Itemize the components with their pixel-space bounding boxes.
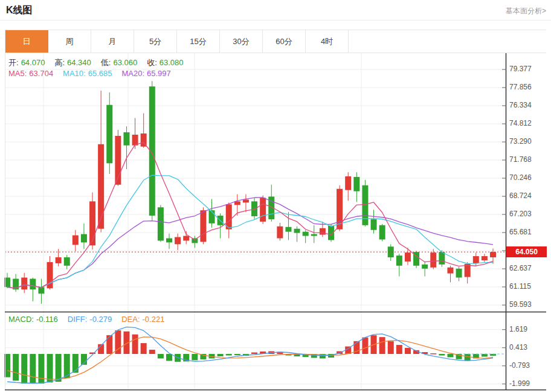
svg-text:68.724: 68.724 <box>509 191 532 200</box>
svg-text:79.377: 79.377 <box>509 65 532 73</box>
macd-label: MACD: <box>8 315 34 324</box>
open-value: 64.070 <box>21 58 45 67</box>
close-label: 收: <box>147 58 157 67</box>
tab-week[interactable]: 周 <box>48 30 91 53</box>
diff-value: -0.279 <box>89 315 112 324</box>
ma-legend: MA5:63.704MA10:65.685MA20:65.997 <box>8 69 173 78</box>
svg-text:62.637: 62.637 <box>509 264 532 272</box>
svg-text:0.413: 0.413 <box>509 343 527 352</box>
ma5-label: MA5: <box>8 69 27 78</box>
tab-5min[interactable]: 5分 <box>134 30 177 53</box>
svg-text:61.115: 61.115 <box>509 282 531 291</box>
tab-day[interactable]: 日 <box>5 30 48 53</box>
ma20-label: MA20: <box>121 69 144 78</box>
tab-15min[interactable]: 15分 <box>177 30 220 53</box>
dea-label: DEA: <box>121 315 140 324</box>
dea-value: -0.221 <box>143 315 165 324</box>
high-value: 64.340 <box>67 58 91 67</box>
macd-value: -0.116 <box>36 315 58 324</box>
svg-text:73.290: 73.290 <box>509 137 532 146</box>
svg-text:71.768: 71.768 <box>509 155 532 164</box>
high-label: 高: <box>54 58 65 67</box>
svg-text:65.681: 65.681 <box>509 228 532 236</box>
ma10-value: 65.685 <box>88 69 112 78</box>
tab-4hour[interactable]: 4时 <box>306 30 349 53</box>
svg-text:-1.999: -1.999 <box>509 379 530 388</box>
tab-month[interactable]: 月 <box>91 30 134 53</box>
svg-text:59.593: 59.593 <box>509 300 532 309</box>
ohlc-legend: 开:64.070高:64.340低:63.060收:63.080 <box>8 57 186 68</box>
open-label: 开: <box>8 58 19 67</box>
ma20-value: 65.997 <box>147 69 171 78</box>
low-label: 低: <box>101 58 111 67</box>
svg-text:-0.793: -0.793 <box>509 361 530 370</box>
svg-text:1.619: 1.619 <box>509 325 527 333</box>
diff-label: DIFF: <box>68 315 88 324</box>
svg-text:74.812: 74.812 <box>509 119 532 127</box>
period-tab-bar: 日 周 月 5分 15分 30分 60分 4时 <box>5 30 349 53</box>
ma5-value: 63.704 <box>29 69 53 78</box>
ma10-label: MA10: <box>63 69 86 78</box>
close-value: 63.080 <box>160 58 184 67</box>
low-value: 63.060 <box>113 58 137 67</box>
svg-text:67.203: 67.203 <box>509 210 532 218</box>
tab-30min[interactable]: 30分 <box>220 30 263 53</box>
tab-60min[interactable]: 60分 <box>263 30 306 53</box>
current-price-badge: 64.050 <box>506 246 547 257</box>
svg-text:77.856: 77.856 <box>509 83 532 91</box>
macd-legend: MACD:-0.116DIFF:-0.279DEA:-0.221 <box>8 315 167 324</box>
svg-text:76.334: 76.334 <box>509 101 532 109</box>
svg-text:70.246: 70.246 <box>509 173 532 182</box>
